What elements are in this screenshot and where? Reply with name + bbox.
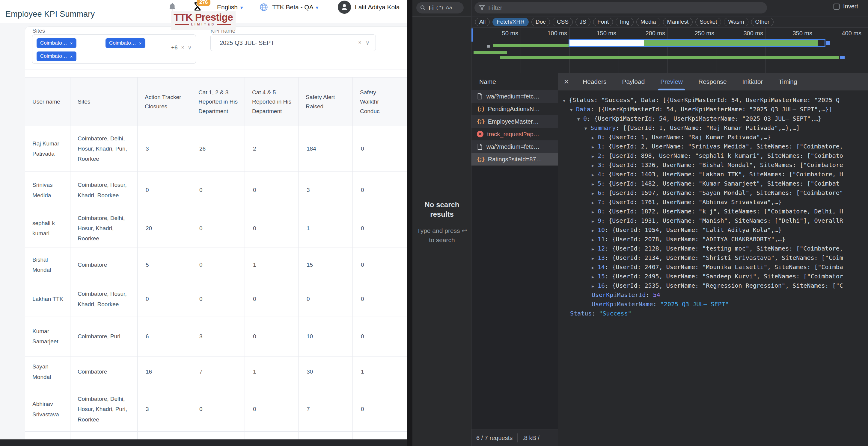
filter-chip-socket[interactable]: Socket <box>695 18 721 26</box>
more-sites-count[interactable]: +6 <box>171 44 178 51</box>
network-request-row[interactable]: wa/?medium=fetc… <box>471 90 558 103</box>
clear-icon[interactable]: × <box>181 44 184 50</box>
filter-chip-js[interactable]: JS <box>576 18 590 26</box>
expand-icon[interactable]: ▶ <box>592 152 598 161</box>
json-line[interactable]: ▶6: {UserId: 1597, UserName: "Sayan Mond… <box>558 188 868 198</box>
column-header[interactable]: Safety Alert Raised <box>299 77 353 126</box>
case-sensitive-toggle[interactable]: Aa <box>446 5 452 11</box>
expand-icon[interactable]: ▶ <box>592 161 598 170</box>
json-line[interactable]: ▶15: {UserId: 2495, UserName: "Sandeep K… <box>558 272 868 281</box>
remove-chip-icon[interactable]: × <box>139 41 142 46</box>
json-line[interactable]: ▶7: {UserId: 1761, UserName: "Abhinav Sr… <box>558 198 868 207</box>
expand-icon[interactable]: ▶ <box>592 180 598 189</box>
json-line[interactable]: ▶10: {UserId: 1954, UserName: "Lalit Adi… <box>558 226 868 235</box>
network-request-row[interactable]: wa/?medium=fetc… <box>471 140 558 153</box>
json-line[interactable]: ▼0: {UserKpiMasterId: 54, UserKpiMasterN… <box>558 114 868 123</box>
collapse-icon[interactable]: ▼ <box>570 105 576 115</box>
site-chip[interactable]: Coimbato…× <box>37 52 76 61</box>
column-header[interactable]: User name <box>25 77 70 126</box>
json-line[interactable]: ▶4: {UserId: 1403, UserName: "Lakhan TTK… <box>558 170 868 179</box>
json-line[interactable]: ▶1: {UserId: 2, UserName: "Srinivas Medi… <box>558 142 868 151</box>
collapse-icon[interactable]: ▼ <box>577 115 583 124</box>
column-header[interactable]: Cat 4 & 5 Reported in His Department <box>245 77 299 126</box>
json-line[interactable]: UserKpiMasterName: "2025 Q3 JUL– SEPT" <box>558 300 868 309</box>
expand-icon[interactable]: ▶ <box>592 245 598 254</box>
network-request-row[interactable]: {;}EmployeeMaster… <box>471 115 558 128</box>
expand-icon[interactable]: ▶ <box>592 217 598 226</box>
name-column-header[interactable]: Name <box>471 73 558 90</box>
sites-multiselect[interactable]: Coimbato…×Coimbato…×Coimbato…× +6 × ∨ <box>32 34 196 64</box>
network-overview-timeline[interactable]: 50 ms100 ms150 ms200 ms250 ms300 ms350 m… <box>471 28 868 73</box>
close-icon[interactable]: ✕ <box>558 78 575 86</box>
filter-chip-wasm[interactable]: Wasm <box>724 18 748 26</box>
network-request-row[interactable]: {;}Ratings?siteId=87… <box>471 153 558 166</box>
language-selector[interactable]: English ▼ <box>217 4 244 11</box>
search-input[interactable]: Fi (.*) Aa <box>416 2 464 13</box>
json-line[interactable]: ▶16: {UserId: 2535, UserName: "Regressio… <box>558 281 868 290</box>
environment-selector[interactable]: TTK Beta - QA ▼ <box>272 4 319 11</box>
devtools-edge[interactable] <box>407 0 412 446</box>
column-header[interactable]: Cat 1, 2 & 3 Reported in His Department <box>191 77 245 126</box>
filter-chip-doc[interactable]: Doc <box>531 18 550 26</box>
filter-chip-all[interactable]: All <box>475 18 490 26</box>
filter-chip-fetchxhr[interactable]: Fetch/XHR <box>492 18 529 26</box>
json-line[interactable]: ▶13: {UserId: 2134, UserName: "Shristi S… <box>558 253 868 263</box>
kpi-name-select[interactable]: 2025 Q3 JUL- SEPT × ∨ <box>210 34 376 51</box>
expand-icon[interactable]: ▶ <box>592 282 598 291</box>
expand-icon[interactable]: ▶ <box>592 142 598 152</box>
horizontal-scrollbar[interactable] <box>0 439 407 446</box>
timeline-selection-handle[interactable] <box>471 28 473 42</box>
site-chip[interactable]: Coimbato…× <box>105 38 145 48</box>
json-line[interactable]: UserKpiMasterId: 54 <box>558 290 868 300</box>
json-line[interactable]: ▶14: {UserId: 2407, UserName: "Mounika L… <box>558 263 868 272</box>
expand-icon[interactable]: ▶ <box>592 272 598 282</box>
network-request-row[interactable]: ✕track_request?ap… <box>471 128 558 140</box>
invert-filter[interactable]: Invert <box>834 3 858 10</box>
tab-payload[interactable]: Payload <box>614 73 652 91</box>
expand-icon[interactable]: ▶ <box>592 254 598 263</box>
expand-icon[interactable]: ▶ <box>592 207 598 217</box>
json-line[interactable]: Status: "Success" <box>558 309 868 318</box>
column-header[interactable] <box>382 77 407 126</box>
clear-icon[interactable]: × <box>358 39 362 46</box>
json-line[interactable]: ▶9: {UserId: 1931, UserName: "Manish", S… <box>558 216 868 226</box>
filter-chip-img[interactable]: Img <box>616 18 633 26</box>
network-request-row[interactable]: {;}PendingActionsN… <box>471 103 558 115</box>
json-line[interactable]: ▶12: {UserId: 2128, UserName: "testing m… <box>558 244 868 253</box>
chevron-down-icon[interactable]: ∨ <box>188 44 191 51</box>
tab-response[interactable]: Response <box>690 73 735 91</box>
filter-chip-other[interactable]: Other <box>751 18 774 26</box>
tab-initiator[interactable]: Initiator <box>735 73 771 91</box>
tab-preview[interactable]: Preview <box>652 73 690 91</box>
expand-icon[interactable]: ▶ <box>592 189 598 198</box>
expand-icon[interactable]: ▶ <box>592 170 598 180</box>
json-line[interactable]: ▶11: {UserId: 2078, UserName: "ADITYA CH… <box>558 235 868 244</box>
column-header[interactable]: Action Tracker Closures <box>137 77 191 126</box>
expand-icon[interactable]: ▶ <box>592 226 598 235</box>
column-header[interactable]: Safety Walkthr Conduc <box>353 77 382 126</box>
site-chip[interactable]: Coimbato…× <box>37 38 76 48</box>
preview-json-tree[interactable]: ▼{Status: "Success", Data: [{UserKpiMast… <box>558 91 868 446</box>
bell-icon[interactable] <box>168 2 177 12</box>
column-header[interactable]: Sites <box>70 77 137 126</box>
expand-icon[interactable]: ▶ <box>592 235 598 245</box>
tab-headers[interactable]: Headers <box>575 73 614 91</box>
remove-chip-icon[interactable]: × <box>70 54 73 59</box>
regex-toggle[interactable]: (.*) <box>436 5 443 11</box>
filter-chip-media[interactable]: Media <box>636 18 660 26</box>
expand-icon[interactable]: ▶ <box>592 133 598 142</box>
filter-chip-css[interactable]: CSS <box>553 18 573 26</box>
tab-timing[interactable]: Timing <box>771 73 805 91</box>
user-name[interactable]: Lalit Aditya Kola <box>355 4 400 11</box>
filter-input[interactable]: Filter <box>474 2 767 13</box>
json-line[interactable]: ▼{Status: "Success", Data: [{UserKpiMast… <box>558 96 868 105</box>
expand-icon[interactable]: ▶ <box>592 198 598 207</box>
collapse-icon[interactable]: ▼ <box>563 96 569 105</box>
json-line[interactable]: ▶5: {UserId: 1482, UserName: "Kumar Sama… <box>558 179 868 188</box>
collapse-icon[interactable]: ▼ <box>585 124 590 133</box>
filter-chip-manifest[interactable]: Manifest <box>663 18 693 26</box>
expand-icon[interactable]: ▶ <box>592 263 598 272</box>
json-line[interactable]: ▶0: {UserId: 1, UserName: "Raj Kumar Pat… <box>558 133 868 142</box>
invert-checkbox[interactable] <box>834 4 839 9</box>
json-line[interactable]: ▶3: {UserId: 1326, UserName: "Bishal Mon… <box>558 161 868 170</box>
